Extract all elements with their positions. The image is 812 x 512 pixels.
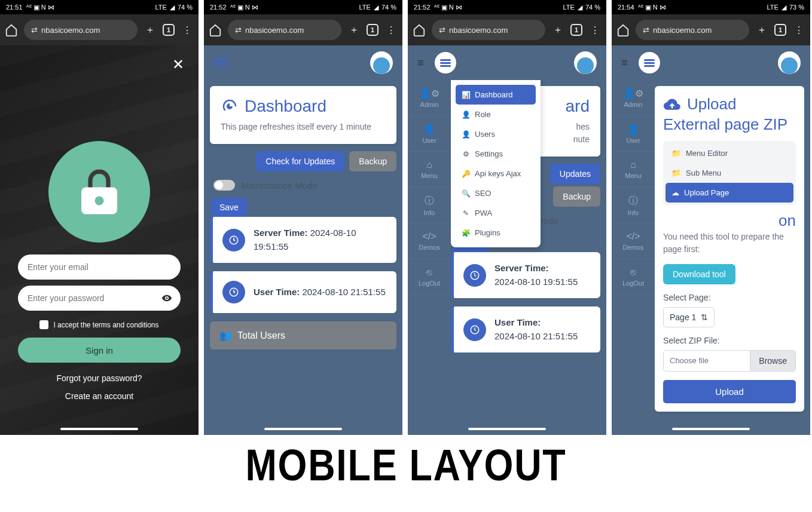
sidebar-item-demos[interactable]: </>Demos [612,223,655,259]
battery: 74 % [178,4,193,11]
save-button[interactable]: Save [211,198,247,217]
gear-icon: ⚙ [462,150,470,158]
page-title: Dashboard [221,97,386,116]
new-tab-icon[interactable]: ＋ [347,23,361,36]
sidebar-item-demos[interactable]: </>Demos [408,223,451,259]
menu-dots-icon[interactable]: ⋮ [588,23,602,36]
phone-login: 21:51 ᴬᴱ ▣ N ⋈ LTE ◢ 74 % ⇄ nbasicoemo.c… [0,0,199,435]
home-indicator [60,428,138,430]
sidebar-item-logout[interactable]: ⎋LogOut [408,259,451,295]
status-icons: ᴬᴱ ▣ N ⋈ [638,4,666,11]
backup-button[interactable]: Backup [349,151,396,171]
home-icon[interactable] [5,23,18,36]
carrier: LTE [359,4,371,11]
puzzle-icon: 🧩 [462,229,470,237]
terms-row[interactable]: I accept the terms and conditions [39,320,158,329]
list-icon[interactable]: ≡ [417,57,424,69]
maintenance-label: Maintenance Mode [241,180,318,191]
tabs-icon[interactable]: 1 [367,24,378,36]
new-tab-icon[interactable]: ＋ [144,23,157,36]
browser-bar: ⇄ nbasicoemo.com ＋ 1 ⋮ [0,14,199,45]
app-header: ≡ [612,45,810,80]
status-time: 21:51 [6,4,23,11]
url-text: nbasicoemo.com [449,26,508,35]
email-field[interactable] [18,255,181,280]
dropdown-role[interactable]: 👤Role [456,105,536,124]
hamburger-circle[interactable] [435,52,456,73]
avatar[interactable] [370,51,393,74]
code-icon: </> [626,231,640,242]
upload-button[interactable]: Upload [663,380,796,403]
sidebar-item-menu[interactable]: ⌂Menu [408,152,451,188]
home-indicator [672,428,750,430]
menu-dots-icon[interactable]: ⋮ [792,23,805,36]
sidebar-item-admin[interactable]: 👤⚙Admin [612,80,655,116]
list-icon[interactable]: ≡ [621,57,628,69]
url-bar[interactable]: ⇄nbasicoemo.com [636,20,749,40]
hamburger-circle[interactable] [639,52,660,73]
new-tab-icon[interactable]: ＋ [755,23,768,36]
submenu-sub-menu[interactable]: 📁Sub Menu [666,163,793,183]
submenu-menu-editor[interactable]: 📁Menu Editor [666,143,793,163]
dropdown-pwa[interactable]: ✎PWA [456,203,536,223]
maintenance-toggle[interactable] [213,180,235,191]
browse-button[interactable]: Browse [750,350,796,372]
signin-button[interactable]: Sign in [18,338,181,363]
url-bar[interactable]: ⇄ nbasicoemo.com [24,20,138,40]
url-bar[interactable]: ⇄nbasicoemo.com [432,20,545,40]
hamburger-icon[interactable] [213,57,228,68]
sidebar-item-info[interactable]: ⓘInfo [612,188,655,223]
sidebar-item-info[interactable]: ⓘInfo [408,188,451,223]
dropdown-apikeys[interactable]: 🔑Api keys Ajax [456,164,536,183]
forgot-link[interactable]: Forgot your password? [56,373,142,383]
download-tool-button[interactable]: Download tool [663,264,735,284]
dropdown-seo[interactable]: 🔍SEO [456,183,536,203]
logout-icon: ⎋ [426,267,432,278]
submenu-upload-page[interactable]: ☁Upload Page [666,183,793,203]
status-bar: 21:52ᴬᴱ ▣ N ⋈ LTE◢74 % [408,0,606,14]
signal-icon: ◢ [578,4,582,11]
close-icon[interactable]: ✕ [172,56,184,73]
sidebar-item-user[interactable]: 👤User [612,116,655,152]
status-bar: 21:54ᴬᴱ ▣ N ⋈ LTE◢73 % [612,0,810,14]
sidebar-item-admin[interactable]: 👤⚙Admin [408,80,451,116]
sidebar-item-user[interactable]: 👤User [408,116,451,152]
tabs-icon[interactable]: 1 [774,24,786,36]
password-field[interactable] [18,286,181,311]
dropdown-plugins[interactable]: 🧩Plugins [456,223,536,243]
check-updates-button[interactable]: Check for Updates [256,151,344,171]
home-icon[interactable] [616,23,630,36]
menu-dots-icon[interactable]: ⋮ [384,23,398,36]
backup-button[interactable]: Backup [553,186,600,207]
url-bar[interactable]: ⇄nbasicoemo.com [228,20,341,40]
sidebar-item-logout[interactable]: ⎋LogOut [612,259,655,295]
carrier: LTE [563,4,575,11]
menu-dots-icon[interactable]: ⋮ [181,23,194,36]
tabs-icon[interactable]: 1 [570,24,582,36]
create-account-link[interactable]: Create an account [65,391,133,401]
home-icon[interactable] [413,23,426,36]
check-updates-button[interactable]: Updates [550,164,600,184]
terms-checkbox[interactable] [39,320,48,329]
avatar[interactable] [574,51,597,74]
folder-icon: 📁 [671,149,681,158]
page-select[interactable]: Page 1 ⇅ [663,307,715,327]
tabs-icon[interactable]: 1 [163,24,175,36]
new-tab-icon[interactable]: ＋ [551,23,564,36]
dropdown-users[interactable]: 👤Users [456,124,536,144]
browser-bar: ⇄nbasicoemo.com ＋ 1 ⋮ [408,14,606,45]
dropdown-dashboard[interactable]: 📊Dashboard [456,85,536,105]
battery: 73 % [789,4,804,11]
carrier: LTE [767,4,779,11]
upload-card: Upload External page ZIP 📁Menu Editor 📁S… [655,86,804,412]
home-icon[interactable] [209,23,222,36]
lock-icon: ⇄ [31,26,38,35]
eye-icon[interactable] [161,293,172,303]
battery: 74 % [585,4,600,11]
status-time: 21:52 [414,4,431,11]
url-text: nbasicoemo.com [653,26,712,35]
sidebar-item-menu[interactable]: ⌂Menu [612,152,655,188]
dropdown-settings[interactable]: ⚙Settings [456,144,536,164]
file-input[interactable]: Choose file [663,350,750,372]
avatar[interactable] [778,51,801,74]
